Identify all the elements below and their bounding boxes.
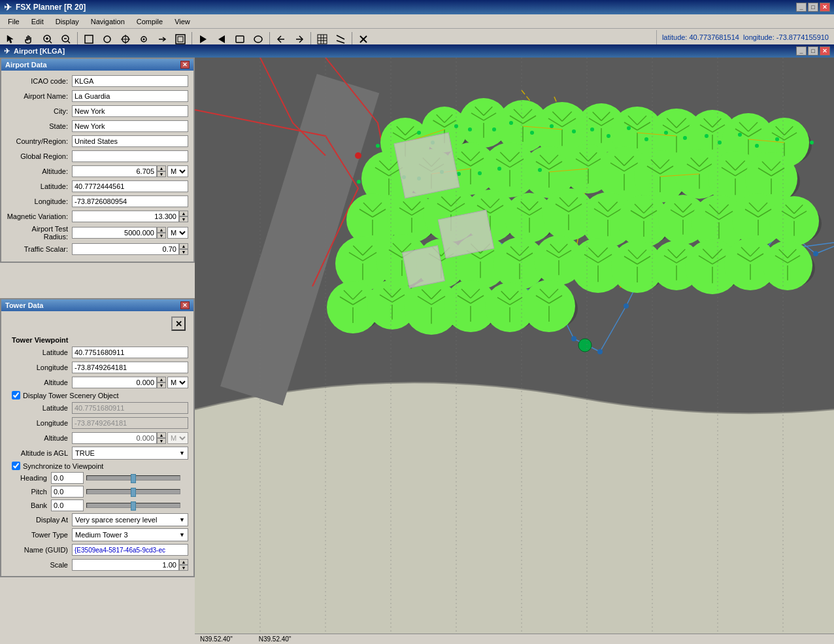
- menu-view[interactable]: View: [169, 16, 195, 27]
- tower-lat-input[interactable]: [72, 347, 188, 358]
- tower-data-label: Tower Data: [5, 301, 43, 309]
- agl-arrow: ▼: [179, 450, 185, 456]
- traffic-up[interactable]: ▲: [179, 243, 188, 249]
- menu-navigation[interactable]: Navigation: [86, 16, 130, 27]
- guid-label: Name (GUID): [7, 546, 72, 554]
- magvar-down[interactable]: ▼: [179, 216, 188, 222]
- pitch-slider[interactable]: [86, 489, 180, 494]
- close-button[interactable]: ✕: [820, 3, 830, 12]
- icao-label: ICAO code:: [7, 77, 72, 85]
- scale-input[interactable]: [72, 559, 179, 571]
- tower-lon-input[interactable]: [72, 362, 188, 373]
- tower-type-row: Tower Type Medium Tower 3 ▼: [7, 528, 188, 541]
- altitude-unit[interactable]: MFT: [167, 165, 188, 177]
- latitude-row: Latitude:: [7, 180, 188, 193]
- sync-checkbox[interactable]: [12, 462, 20, 470]
- altitude-spinner[interactable]: ▲ ▼: [157, 165, 166, 177]
- bank-row: Bank: [7, 500, 188, 511]
- airport-close[interactable]: ✕: [820, 46, 830, 56]
- menu-compile[interactable]: Compile: [131, 16, 168, 27]
- display-at-dropdown[interactable]: Very sparce scenery level ▼: [72, 513, 188, 526]
- menu-file[interactable]: File: [3, 16, 25, 27]
- airport-data-label: Airport Data: [5, 61, 47, 69]
- traffic-spinner[interactable]: ▲ ▼: [179, 243, 188, 255]
- magvar-spinner[interactable]: ▲ ▼: [179, 211, 188, 222]
- title-bar: ✈ FSX Planner [R 20] _ □ ✕: [0, 0, 834, 14]
- bank-label: Bank: [12, 501, 51, 509]
- tower-data-panel: Tower Data ✕ ✕ Tower Viewpoint Latitude …: [0, 298, 195, 577]
- bank-input[interactable]: [51, 500, 84, 511]
- lat-input[interactable]: [72, 180, 188, 192]
- bank-thumb[interactable]: [131, 501, 136, 511]
- guid-input[interactable]: [72, 544, 188, 556]
- state-input[interactable]: [72, 120, 188, 132]
- longitude-row: Longitude:: [7, 195, 188, 208]
- heading-slider[interactable]: [86, 475, 180, 481]
- testradius-unit[interactable]: MFT: [167, 227, 188, 239]
- scale-up[interactable]: ▲: [179, 559, 188, 565]
- name-label: Airport Name:: [7, 92, 72, 100]
- scenery-lon-row: Longitude: [7, 416, 188, 430]
- lon-input[interactable]: [72, 195, 188, 207]
- menu-edit[interactable]: Edit: [26, 16, 49, 27]
- tower-alt-spinner[interactable]: ▲ ▼: [157, 377, 166, 388]
- testradius-input[interactable]: [72, 227, 157, 239]
- global-input[interactable]: [72, 150, 188, 162]
- maximize-button[interactable]: □: [808, 3, 818, 12]
- heading-input[interactable]: [51, 472, 84, 484]
- tower-type-arrow: ▼: [179, 532, 185, 538]
- svg-marker-17: [200, 35, 207, 43]
- tower-data-close[interactable]: ✕: [180, 301, 190, 309]
- tower-alt-unit[interactable]: MFT: [167, 377, 188, 388]
- pitch-input[interactable]: [51, 486, 84, 498]
- testradius-label: Airport Test Radius:: [7, 225, 72, 241]
- altitude-input[interactable]: [72, 165, 157, 177]
- airport-maximize[interactable]: □: [808, 46, 818, 56]
- heading-thumb[interactable]: [131, 474, 136, 483]
- pitch-label: Pitch: [12, 488, 51, 496]
- airport-data-title: Airport Data ✕: [1, 59, 193, 71]
- icao-row: ICAO code:: [7, 75, 188, 88]
- scenery-lat-label: Latitude: [7, 404, 72, 412]
- tower-alt-label: Altitude: [7, 379, 72, 386]
- testradius-up[interactable]: ▲: [157, 227, 166, 233]
- map-canvas[interactable]: [195, 58, 834, 644]
- pitch-thumb[interactable]: [131, 488, 136, 497]
- map-area[interactable]: N39.52.40" N39.52.40": [195, 58, 834, 644]
- airport-data-close[interactable]: ✕: [180, 61, 190, 69]
- tower-type-dropdown[interactable]: Medium Tower 3 ▼: [72, 528, 188, 541]
- display-at-label: Display At: [7, 516, 72, 524]
- altitude-down[interactable]: ▼: [157, 171, 166, 177]
- menu-bar: File Edit Display Navigation Compile Vie…: [0, 14, 834, 29]
- guid-row: Name (GUID): [7, 543, 188, 556]
- tower-x-button[interactable]: ✕: [171, 316, 186, 331]
- testradius-spinner[interactable]: ▲ ▼: [157, 227, 166, 239]
- viewpoint-label: Tower Viewpoint: [12, 336, 183, 344]
- tower-alt-up[interactable]: ▲: [157, 377, 166, 382]
- agl-dropdown[interactable]: TRUE ▼: [72, 447, 188, 460]
- traffic-down[interactable]: ▼: [179, 249, 188, 255]
- agl-row: Altitude is AGL TRUE ▼: [7, 447, 188, 460]
- testradius-down[interactable]: ▼: [157, 233, 166, 239]
- heading-row: Heading: [7, 472, 188, 484]
- city-input[interactable]: [72, 105, 188, 117]
- minimize-button[interactable]: _: [796, 3, 807, 12]
- airport-minimize[interactable]: _: [796, 46, 807, 56]
- icao-input[interactable]: [72, 75, 188, 87]
- magvar-input[interactable]: [72, 211, 179, 222]
- tower-alt-input[interactable]: [72, 377, 157, 388]
- scale-spinner[interactable]: ▲ ▼: [179, 559, 188, 571]
- menu-display[interactable]: Display: [50, 16, 84, 27]
- country-input[interactable]: [72, 135, 188, 147]
- tower-alt-down[interactable]: ▼: [157, 382, 166, 388]
- altitude-up[interactable]: ▲: [157, 165, 166, 171]
- display-scenery-checkbox[interactable]: [12, 391, 20, 399]
- bank-slider[interactable]: [86, 503, 180, 508]
- title-bar-controls: _ □ ✕: [796, 3, 830, 12]
- status-bar: latitude: 40.7737681514 longitude: -73.8…: [656, 30, 834, 44]
- scale-down[interactable]: ▼: [179, 565, 188, 571]
- traffic-input[interactable]: [72, 243, 179, 255]
- magvar-up[interactable]: ▲: [179, 211, 188, 216]
- airport-data-panel: Airport Data ✕ ICAO code: Airport Name: …: [0, 58, 195, 263]
- name-input[interactable]: [72, 90, 188, 102]
